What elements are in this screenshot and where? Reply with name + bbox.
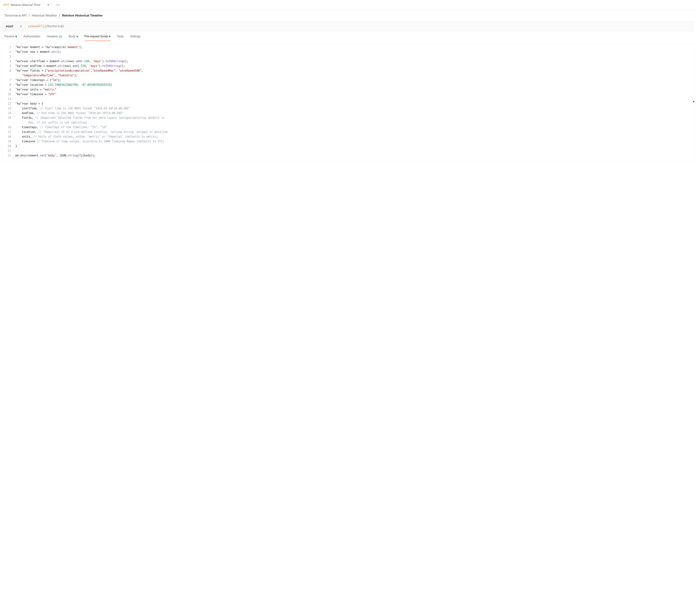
tab-more-button[interactable]: ••• [53,0,63,10]
tab-title: Retrieve Historical Timel [11,3,40,6]
editor-content: 1 2 3 4 5 6 7 8 9 10 11 12 13 14 15 16 1… [2,44,694,161]
tab-authorization[interactable]: Authorization [23,35,40,41]
tab-headers[interactable]: Headers (8) [47,35,62,41]
line-number-gutter: 1 2 3 4 5 6 7 8 9 10 11 12 13 14 15 16 1… [2,44,14,161]
chevron-down-icon [20,26,22,27]
tab-tests-label: Tests [117,35,124,38]
breadcrumb: Tomorrow.io API / Historical Weather / R… [0,10,696,21]
headers-count-badge: (8) [59,35,62,38]
request-tab[interactable]: POST Retrieve Historical Timel [0,0,44,10]
url-variable: {{baseUrl}} [28,25,46,28]
breadcrumb-separator: / [59,14,60,17]
script-editor[interactable]: 1 2 3 4 5 6 7 8 9 10 11 12 13 14 15 16 1… [2,44,694,161]
code-area[interactable]: "kw">var moment = "kw">require('moment')… [14,44,694,161]
active-dot-icon [77,36,78,37]
tab-prerequest-script[interactable]: Pre-request Script [84,35,110,41]
tab-settings[interactable]: Settings [130,35,141,41]
scroll-marker [693,101,694,102]
tab-headers-label: Headers [47,35,58,38]
tab-tests[interactable]: Tests [117,35,124,41]
url-path: /historical [46,25,64,28]
url-bar: POST {{baseUrl}}/historical [2,21,694,31]
tab-params[interactable]: Params [4,35,17,41]
tab-body-label: Body [69,35,75,38]
breadcrumb-folder[interactable]: Historical Weather [32,14,57,17]
plus-icon: + [47,2,49,7]
new-tab-button[interactable]: + [44,0,53,10]
breadcrumb-separator: / [29,14,30,17]
request-tabs: Params Authorization Headers (8) Body Pr… [0,31,696,41]
tab-bar: POST Retrieve Historical Timel + ••• [0,0,696,10]
method-select[interactable]: POST [2,21,26,31]
tab-body[interactable]: Body [69,35,78,41]
tab-settings-label: Settings [130,35,141,38]
tab-params-label: Params [4,35,14,38]
active-dot-icon [15,36,17,37]
breadcrumb-root[interactable]: Tomorrow.io API [4,14,27,17]
method-select-value: POST [6,25,13,28]
breadcrumb-current: Retrieve Historical Timeline [62,14,102,17]
ellipsis-icon: ••• [57,3,60,6]
tab-prereq-label: Pre-request Script [84,35,108,38]
active-dot-icon [109,36,110,37]
tab-auth-label: Authorization [23,35,40,38]
url-input[interactable]: {{baseUrl}}/historical [26,21,694,31]
tab-method-label: POST [3,4,9,6]
